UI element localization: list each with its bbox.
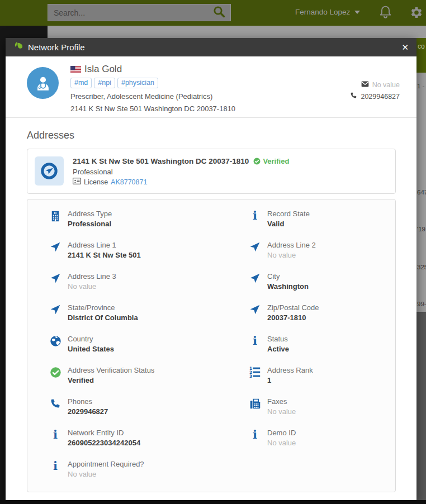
field-value: 260905223034242054 <box>68 438 140 448</box>
background-panel <box>416 312 426 500</box>
global-search[interactable] <box>48 4 231 21</box>
hashtag-chip[interactable]: #npi <box>94 78 115 88</box>
info-icon: i <box>248 209 262 240</box>
address-details-card: Address Type Professional i Record State… <box>27 199 396 492</box>
field-value: No value <box>267 438 296 448</box>
field-value: No value <box>68 282 116 292</box>
location-arrow-icon <box>248 272 262 303</box>
field-value: Active <box>267 344 289 354</box>
field-item: i Record State Valid <box>248 209 395 240</box>
field-item: Address Line 2 No value <box>248 240 395 272</box>
address-card-title: 2141 K St Nw Ste 501 Washington DC 20037… <box>73 157 249 165</box>
field-label: Address Line 3 <box>68 272 116 282</box>
phone-icon <box>49 397 62 428</box>
address-card-type: Professional <box>73 168 289 176</box>
user-name: Fernando Lopez <box>295 8 350 16</box>
check-circle-icon <box>49 365 62 397</box>
field-item: i Appointment Required? No value <box>49 459 248 491</box>
info-icon: i <box>248 334 262 365</box>
avatar <box>27 67 59 99</box>
field-value: United States <box>68 344 114 354</box>
field-item: 123 Address Rank 1 <box>248 365 395 397</box>
person-address: 2141 K St Nw Ste 501 Washington DC 20037… <box>70 104 235 113</box>
settings-gear-icon[interactable] <box>409 5 423 22</box>
fax-icon <box>248 397 262 428</box>
field-item: Address Type Professional <box>49 209 248 240</box>
search-input[interactable] <box>54 8 212 17</box>
field-value: No value <box>267 250 316 260</box>
field-value: No value <box>267 407 296 417</box>
hashtag-chip[interactable]: #md <box>70 78 92 88</box>
location-arrow-icon <box>49 240 62 272</box>
envelope-icon <box>361 79 369 91</box>
background-fragment: 647 <box>417 189 426 196</box>
field-label: Zip/Postal Code <box>267 303 319 313</box>
field-label: Address Line 1 <box>68 240 141 250</box>
field-item: Faxes No value <box>248 397 395 428</box>
field-label: Country <box>68 334 114 344</box>
user-menu[interactable]: Fernando Lopez <box>295 8 360 16</box>
field-label: Appointment Required? <box>68 459 144 469</box>
hashtag-list: #md#npi#physician <box>70 77 235 88</box>
modal-title: Network Profile <box>28 42 85 52</box>
location-arrow-icon <box>248 303 262 334</box>
field-value: 1 <box>267 375 313 386</box>
field-label: Address Verification Status <box>68 365 154 375</box>
id-card-icon <box>73 178 81 186</box>
close-icon[interactable]: ✕ <box>401 43 409 51</box>
license-label: License <box>84 178 108 186</box>
background-fragment: '19 <box>417 226 426 232</box>
email-value: No value <box>372 79 400 91</box>
info-icon: i <box>49 428 62 459</box>
field-label: Address Line 2 <box>267 240 316 250</box>
field-item: i Status Active <box>248 334 395 365</box>
us-flag-icon <box>70 66 81 73</box>
field-label: City <box>267 272 309 282</box>
info-icon: i <box>248 428 262 459</box>
background-fragment: 1 - <box>417 83 426 89</box>
field-value: Washington <box>267 282 309 292</box>
background-fragment: 325 <box>417 264 426 270</box>
field-item: City Washington <box>248 272 395 303</box>
field-value: Valid <box>267 219 310 229</box>
numbered-list-icon: 123 <box>248 365 262 397</box>
field-value: No value <box>68 469 144 479</box>
field-label: Status <box>267 334 289 344</box>
person-specialty: Prescriber, Adolescent Medicine (Pediatr… <box>70 92 235 101</box>
field-item: i Demo ID No value <box>248 428 395 459</box>
phone-icon <box>350 91 357 103</box>
license-number-link[interactable]: AK8770871 <box>111 178 147 186</box>
field-item: State/Province District Of Columbia <box>49 303 248 334</box>
field-label: Address Type <box>68 209 112 219</box>
field-label: Network Entity ID <box>68 428 140 438</box>
field-item: Address Line 1 2141 K St Nw Ste 501 <box>49 240 248 272</box>
field-value: Verified <box>68 375 154 386</box>
network-profile-modal: Network Profile ✕ Isla Gold #md#npi#phys… <box>6 38 416 501</box>
verified-badge: Verified <box>253 157 289 165</box>
leaf-logo-icon <box>13 41 23 54</box>
hashtag-chip[interactable]: #physician <box>117 78 158 88</box>
field-value: District Of Columbia <box>68 313 138 323</box>
field-item: i Network Entity ID 260905223034242054 <box>49 428 248 459</box>
field-value: 2141 K St Nw Ste 501 <box>68 250 141 260</box>
field-label: Phones <box>68 397 108 407</box>
field-item: Country United States <box>49 334 248 365</box>
compass-icon <box>35 156 64 186</box>
notifications-bell-icon[interactable] <box>378 5 392 22</box>
address-summary-card[interactable]: 2141 K St Nw Ste 501 Washington DC 20037… <box>27 149 396 194</box>
field-label: State/Province <box>68 303 138 313</box>
svg-text:3: 3 <box>249 374 252 378</box>
app-footer <box>0 500 426 504</box>
field-label: Address Rank <box>267 365 313 375</box>
modal-header: Network Profile ✕ <box>6 38 416 56</box>
search-icon[interactable] <box>212 5 226 21</box>
field-item: Address Verification Status Verified <box>49 365 248 397</box>
field-value: Professional <box>68 219 112 229</box>
location-arrow-icon <box>248 240 262 272</box>
chevron-down-icon <box>354 11 360 14</box>
location-arrow-icon <box>49 303 62 334</box>
globe-icon <box>49 334 62 365</box>
info-icon: i <box>49 459 62 491</box>
background-fragment: 99- <box>417 301 426 307</box>
field-label: Faxes <box>267 397 296 407</box>
